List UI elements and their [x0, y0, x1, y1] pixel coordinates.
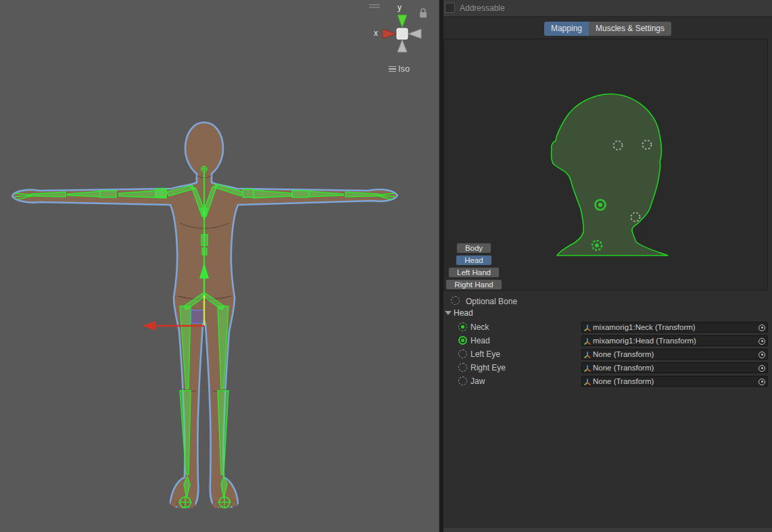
head-object-field[interactable]: mixamorig1:Head (Transform): [581, 335, 768, 346]
body-part-buttons: Body Head Left Hand Right Hand: [445, 242, 502, 291]
avatar-mapping-panel: Body Head Left Hand Right Hand: [443, 39, 768, 291]
addressable-label: Addressable: [460, 3, 505, 13]
bone-row-left-eye: Left Eye None (Transform): [443, 347, 772, 361]
object-picker-icon[interactable]: [758, 338, 765, 345]
head-diagram: [535, 65, 683, 264]
bone-row-jaw: Jaw None (Transform): [443, 374, 772, 388]
avatar-tabstrip: Mapping Muscles & Settings: [443, 18, 772, 39]
jaw-bone-state-icon: [458, 377, 467, 385]
scene-orientation-gizmo[interactable]: [383, 9, 427, 52]
lock-icon: [420, 9, 427, 18]
neck-label: Neck: [471, 322, 489, 332]
button-body[interactable]: Body: [456, 243, 491, 253]
neck-bone-state-icon: [458, 322, 467, 331]
transform-icon: [583, 324, 592, 332]
head-bone-state-icon: [458, 336, 467, 345]
right-eye-bone-state-icon: [458, 363, 467, 372]
right-eye-label: Right Eye: [471, 363, 506, 372]
scene-view[interactable]: y x Iso: [0, 0, 439, 532]
transform-icon: [583, 351, 592, 359]
neck-field-value: mixamorig1:Neck (Transform): [593, 323, 696, 331]
gizmo-down-axis-cone[interactable]: [397, 40, 407, 52]
inspector-panel: Addressable Mapping Muscles & Settings: [443, 0, 772, 532]
jaw-object-field[interactable]: None (Transform): [581, 376, 768, 387]
gizmo-x-axis-cone[interactable]: [383, 29, 396, 39]
object-picker-icon[interactable]: [758, 324, 765, 331]
neck-object-field[interactable]: mixamorig1:Neck (Transform): [581, 322, 768, 333]
jaw-field-value: None (Transform): [593, 377, 654, 385]
head-section-title: Head: [454, 308, 473, 318]
transform-icon: [583, 337, 592, 345]
tab-mapping[interactable]: Mapping: [544, 22, 589, 36]
transform-icon: [583, 364, 592, 372]
tab-muscles-settings[interactable]: Muscles & Settings: [589, 22, 671, 36]
transform-icon: [583, 378, 592, 386]
inspector-bottom-edge: [443, 528, 772, 532]
object-picker-icon[interactable]: [758, 379, 765, 385]
move-tool-x-arrowhead[interactable]: [143, 321, 155, 331]
scene-canvas: [0, 0, 439, 532]
left-eye-object-field[interactable]: None (Transform): [581, 349, 768, 360]
move-tool-plane-handle[interactable]: [191, 310, 204, 323]
bone-row-neck: Neck mixamorig1:Neck (Transform): [443, 320, 772, 334]
overlay-handle-icon[interactable]: [369, 4, 380, 8]
head-label: Head: [471, 336, 490, 345]
head-section-foldout[interactable]: Head: [443, 308, 772, 319]
bone-row-head: Head mixamorig1:Head (Transform): [443, 334, 772, 347]
addressable-checkbox[interactable]: [445, 3, 455, 13]
left-eye-bone-state-icon: [458, 349, 467, 358]
left-eye-label: Left Eye: [471, 349, 500, 359]
gizmo-y-axis-cone[interactable]: [397, 15, 407, 28]
perspective-toggle-icon[interactable]: [389, 66, 396, 72]
object-picker-icon[interactable]: [758, 365, 765, 372]
left-eye-field-value: None (Transform): [593, 350, 654, 358]
jaw-label: Jaw: [471, 377, 485, 386]
button-head[interactable]: Head: [456, 255, 492, 266]
gizmo-back-axis-cone[interactable]: [408, 29, 421, 39]
optional-bone-label: Optional Bone: [466, 297, 517, 306]
gizmo-center-cube[interactable]: [397, 28, 408, 39]
gizmo-y-label: y: [397, 3, 402, 12]
head-silhouette: [552, 94, 668, 256]
right-eye-field-value: None (Transform): [593, 364, 654, 372]
projection-mode-label[interactable]: Iso: [398, 64, 410, 74]
head-field-value: mixamorig1:Head (Transform): [593, 337, 696, 345]
button-right-hand[interactable]: Right Hand: [445, 279, 502, 290]
optional-bone-legend: Optional Bone: [443, 295, 772, 308]
addressable-bar: Addressable: [443, 0, 772, 17]
avatar-bones: [14, 166, 395, 508]
right-eye-object-field[interactable]: None (Transform): [581, 362, 768, 373]
bone-row-right-eye: Right Eye None (Transform): [443, 361, 772, 374]
panel-divider[interactable]: [439, 0, 443, 532]
gizmo-x-label: x: [374, 28, 378, 38]
foldout-triangle-icon[interactable]: [445, 311, 452, 315]
button-left-hand[interactable]: Left Hand: [448, 267, 500, 278]
optional-bone-icon: [451, 296, 460, 305]
object-picker-icon[interactable]: [758, 352, 765, 358]
unity-avatar-configuration-window: y x Iso Addressable Mapping Muscles & Se…: [0, 0, 772, 532]
